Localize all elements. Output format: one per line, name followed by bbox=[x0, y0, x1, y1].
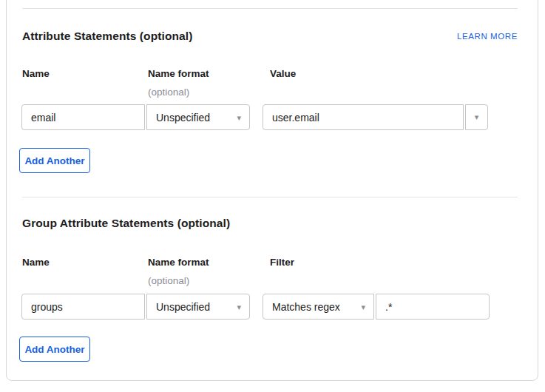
group-col-filter-label: Filter bbox=[270, 257, 294, 268]
section-divider bbox=[22, 197, 518, 197]
group-filter-condition-select-value: Matches regex bbox=[272, 301, 340, 313]
group-add-another-button[interactable]: Add Another bbox=[19, 337, 90, 362]
learn-more-link[interactable]: LEARN MORE bbox=[457, 32, 518, 41]
attr-col-name-format-label: Name format bbox=[148, 68, 209, 79]
attr-name-format-select-value: Unspecified bbox=[156, 112, 210, 124]
attr-value-dropdown-button[interactable]: ▾ bbox=[465, 104, 488, 130]
attr-add-another-button[interactable]: Add Another bbox=[19, 148, 90, 173]
group-name-format-select[interactable]: Unspecified ▾ bbox=[146, 294, 250, 320]
group-col-name-format-label: Name format bbox=[148, 257, 209, 268]
group-filter-value-input[interactable] bbox=[376, 294, 490, 320]
attr-col-name-format-optional-label: (optional) bbox=[148, 87, 189, 98]
settings-card bbox=[6, 0, 538, 381]
section-top-divider bbox=[22, 8, 518, 9]
group-col-name-format-optional-label: (optional) bbox=[148, 275, 189, 286]
group-name-input[interactable] bbox=[21, 294, 145, 320]
attr-col-value-label: Value bbox=[270, 68, 296, 79]
group-filter-condition-select[interactable]: Matches regex ▾ bbox=[263, 294, 374, 320]
group-name-format-select-value: Unspecified bbox=[156, 301, 210, 313]
attr-name-format-select[interactable]: Unspecified ▾ bbox=[146, 104, 250, 130]
attribute-statements-heading: Attribute Statements (optional) bbox=[22, 30, 192, 43]
group-col-name-label: Name bbox=[22, 257, 50, 268]
saml-settings-page: Attribute Statements (optional) LEARN MO… bbox=[0, 0, 545, 392]
attr-name-input[interactable] bbox=[21, 104, 145, 130]
attr-value-input[interactable] bbox=[263, 104, 464, 130]
chevron-down-icon: ▾ bbox=[237, 303, 241, 311]
chevron-down-icon: ▾ bbox=[361, 303, 365, 311]
chevron-down-icon: ▾ bbox=[475, 112, 479, 122]
group-attribute-statements-heading: Group Attribute Statements (optional) bbox=[22, 217, 230, 230]
attr-col-name-label: Name bbox=[22, 68, 50, 79]
chevron-down-icon: ▾ bbox=[237, 113, 241, 121]
